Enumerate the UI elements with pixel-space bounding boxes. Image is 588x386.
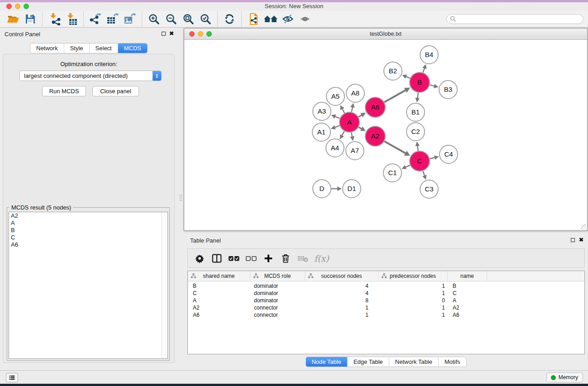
mcds-result-item[interactable]: A (9, 219, 167, 227)
graph-node-label: A3 (318, 107, 326, 115)
column-header-shared-name[interactable]: shared name (188, 271, 250, 281)
table-cell[interactable]: 1 (305, 305, 378, 311)
network-close-button[interactable] (189, 31, 195, 37)
tab-style[interactable]: Style (64, 43, 90, 53)
show-hidden-eye-icon[interactable] (296, 12, 314, 26)
table-cell[interactable]: 4 (305, 290, 378, 296)
table-row[interactable]: Cdominator41C (188, 290, 584, 297)
column-header-mcds-role[interactable]: MCDS role (250, 271, 305, 281)
delete-column-trash-icon[interactable] (280, 252, 292, 265)
export-table-icon[interactable] (104, 12, 121, 26)
table-cell[interactable]: 1 (378, 312, 448, 318)
table-cell[interactable]: B (448, 283, 487, 289)
export-network-icon[interactable] (87, 12, 104, 26)
graph-edge-A6-B[interactable] (384, 90, 406, 102)
table-cell[interactable]: A2 (188, 305, 250, 311)
mcds-result-item[interactable]: C (9, 234, 167, 241)
split-columns-icon[interactable] (211, 252, 223, 265)
table-cell[interactable]: 1 (305, 312, 378, 318)
network-minimize-button[interactable] (198, 31, 203, 37)
close-panel-button[interactable]: Close panel (92, 86, 139, 96)
delete-table-icon[interactable] (297, 252, 309, 265)
task-history-list-icon[interactable] (6, 373, 18, 382)
close-panel-icon[interactable]: ✖ (169, 30, 174, 37)
optimization-criterion-dropdown[interactable]: largest connected component (directed) ▲… (19, 71, 162, 81)
float-panel-icon[interactable] (162, 32, 166, 36)
refresh-layout-icon[interactable] (221, 12, 238, 26)
status-bar: Memory (0, 370, 588, 384)
header-filler (487, 271, 584, 281)
tab-edge-table[interactable]: Edge Table (348, 357, 389, 367)
toggle-graphics-details-icon[interactable] (279, 12, 296, 26)
network-view-window: testGlobe.txt B4B2BB3A8A5A6A3B1AC2A1A2A4… (184, 28, 588, 231)
tab-network-table[interactable]: Network Table (389, 357, 439, 367)
new-network-from-selection-icon[interactable] (245, 12, 262, 26)
function-builder-icon[interactable]: f(x) (314, 253, 329, 263)
app-titlebar: Session: New Session (0, 2, 588, 11)
table-cell[interactable]: connector (250, 305, 305, 311)
select-all-checks-icon[interactable] (228, 252, 240, 265)
table-cell[interactable]: 0 (378, 297, 448, 304)
table-cell[interactable]: C (188, 290, 250, 296)
table-cell[interactable]: dominator (250, 283, 305, 289)
tab-select[interactable]: Select (90, 43, 118, 53)
column-header-successor-nodes[interactable]: successor nodes (305, 271, 378, 281)
save-icon[interactable] (22, 12, 39, 26)
mcds-result-item[interactable]: B (9, 227, 167, 234)
table-cell[interactable]: A2 (448, 305, 487, 311)
float-table-panel-icon[interactable] (571, 238, 575, 242)
graph-edge-A2-C[interactable] (384, 141, 406, 153)
network-canvas[interactable]: B4B2BB3A8A5A6A3B1AC2A1A2A4A7C4CC1C3DD1 (184, 40, 587, 230)
table-cell[interactable]: 4 (305, 283, 378, 289)
network-maximize-button[interactable] (206, 31, 212, 37)
table-row[interactable]: A2connector11A2 (188, 304, 584, 311)
zoom-selected-icon[interactable] (197, 12, 214, 26)
home-view-icon[interactable] (262, 12, 279, 26)
export-image-icon[interactable] (121, 12, 139, 26)
panel-splitter-grip[interactable] (179, 195, 182, 201)
deselect-all-checks-icon[interactable] (245, 252, 257, 265)
search-input[interactable] (456, 15, 583, 23)
close-table-panel-icon[interactable]: ✖ (579, 237, 583, 243)
import-network-icon[interactable] (46, 12, 63, 26)
table-cell[interactable]: dominator (250, 290, 305, 296)
table-cell[interactable]: connector (250, 312, 305, 318)
mcds-list-scrollbar[interactable] (161, 212, 167, 358)
table-cell[interactable]: C (448, 290, 487, 296)
table-cell[interactable]: 1 (378, 305, 448, 311)
table-cell[interactable]: dominator (250, 297, 305, 304)
table-row[interactable]: A6connector11A6 (188, 311, 584, 319)
table-cell[interactable]: 1 (378, 283, 448, 289)
add-column-icon[interactable] (263, 252, 274, 265)
table-cell[interactable]: A (448, 297, 487, 304)
run-mcds-button[interactable]: Run MCDS (42, 86, 86, 96)
table-cell[interactable]: A6 (448, 312, 487, 318)
zoom-in-icon[interactable] (145, 12, 163, 26)
table-cell[interactable]: B (188, 283, 250, 289)
tab-node-table[interactable]: Node Table (306, 357, 348, 367)
tab-mcds[interactable]: MCDS (118, 43, 147, 53)
mcds-result-item[interactable]: A2 (9, 212, 167, 219)
open-folder-icon[interactable] (5, 12, 22, 26)
table-cell[interactable]: A (188, 297, 250, 304)
table-row[interactable]: Adominator80A (188, 297, 584, 304)
memory-button[interactable]: Memory (546, 372, 583, 382)
table-row[interactable]: Bdominator41B (188, 282, 584, 290)
table-cell[interactable]: 8 (305, 297, 378, 304)
column-header-predecessor-nodes[interactable]: predecessor nodes (378, 271, 448, 281)
table-cell[interactable]: 1 (378, 290, 448, 296)
search-box (446, 14, 583, 24)
table-cell[interactable]: A6 (188, 312, 250, 318)
column-header-name[interactable]: name (448, 271, 487, 281)
tab-network[interactable]: Network (30, 43, 64, 53)
tab-motifs[interactable]: Motifs (439, 357, 466, 367)
window-resize-grip[interactable] (581, 224, 587, 230)
import-table-icon[interactable] (63, 12, 80, 26)
mcds-result-item[interactable]: A6 (9, 241, 167, 248)
network-window-titlebar[interactable]: testGlobe.txt (184, 29, 587, 40)
settings-gear-icon[interactable] (194, 252, 206, 265)
graph-edge-B-B1[interactable] (417, 93, 418, 99)
zoom-fit-icon[interactable] (180, 12, 197, 26)
graph-node-label: C4 (444, 150, 453, 158)
zoom-out-icon[interactable] (163, 12, 180, 26)
